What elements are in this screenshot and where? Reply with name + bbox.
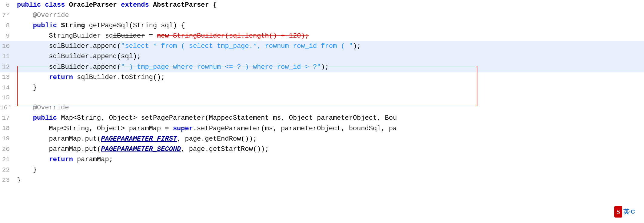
line-number: 10 <box>0 42 15 52</box>
token: return <box>49 156 77 163</box>
code-line: 14 } <box>0 83 644 93</box>
code-editor: 6public class OracleParser extends Abstr… <box>0 0 644 223</box>
line-content: public Map<String, Object> setPageParame… <box>15 113 644 123</box>
line-number: 19 <box>0 134 15 144</box>
token: StringBuilder(sql.length() + 120); <box>173 32 309 40</box>
code-line: 22 } <box>0 165 644 175</box>
line-number: 11 <box>0 52 15 62</box>
token: "select * from ( select tmp_page.*, rown… <box>121 42 353 50</box>
token: public <box>17 1 45 9</box>
token <box>17 156 49 163</box>
token: } <box>17 176 21 184</box>
token: @Override <box>17 104 69 112</box>
line-content: sqlBuilder.append(sql); <box>15 52 644 62</box>
line-content: } <box>15 165 644 175</box>
token: extends <box>121 1 153 9</box>
line-content: public String getPageSql(String sql) { <box>15 21 644 31</box>
code-line: 6public class OracleParser extends Abstr… <box>0 0 644 10</box>
line-number: 20 <box>0 145 15 155</box>
line-number: 6 <box>0 0 15 10</box>
line-content: paramMap.put(PAGEPARAMETER_FIRST, page.g… <box>15 134 644 144</box>
code-line: 21 return paramMap; <box>0 155 644 165</box>
line-number: 7° <box>0 11 15 21</box>
code-line: 16° @Override <box>0 103 644 113</box>
line-content: @Override <box>15 103 644 113</box>
line-number: 15 <box>0 93 15 103</box>
token: Map<String, Object> setPageParameter(Map… <box>61 114 397 122</box>
code-line: 11 sqlBuilder.append(sql); <box>0 52 644 62</box>
token: OracleParser <box>69 1 121 9</box>
token: Map<String, Object> paramMap = <box>17 125 173 132</box>
line-number: 16° <box>0 103 15 113</box>
line-content: sqlBuilder.append("select * from ( selec… <box>15 41 644 52</box>
line-content: @Override <box>15 10 644 21</box>
token: AbstractParser { <box>153 1 217 9</box>
token: = <box>145 32 157 40</box>
token: sqlBuilder.append(sql); <box>17 53 141 60</box>
line-content: } <box>15 175 644 185</box>
token: " ) tmp_page where rownum <= ? ) where r… <box>121 63 321 71</box>
token: , page.getStartRow()); <box>181 145 269 153</box>
line-number: 13 <box>0 72 15 82</box>
code-line: 17 public Map<String, Object> setPagePar… <box>0 113 644 123</box>
token: PAGEPARAMETER_FIRST <box>101 135 177 143</box>
token: class <box>45 1 69 9</box>
line-number: 23 <box>0 175 15 185</box>
line-number: 21 <box>0 155 15 165</box>
token: super <box>173 125 193 132</box>
line-number: 8 <box>0 21 15 31</box>
line-content: Map<String, Object> paramMap = super.set… <box>15 124 644 134</box>
code-line: 23} <box>0 175 644 185</box>
token: .setPageParameter(ms, parameterObject, b… <box>193 125 397 132</box>
token: lBuilder <box>113 32 145 40</box>
token <box>17 74 49 81</box>
token: sqlBuilder.append( <box>17 63 121 71</box>
line-number: 14 <box>0 83 15 93</box>
line-content: paramMap.put(PAGEPARAMETER_SECOND, page.… <box>15 144 644 155</box>
token: public <box>33 114 61 122</box>
token: (String sql) { <box>129 22 185 29</box>
code-line: 19 paramMap.put(PAGEPARAMETER_FIRST, pag… <box>0 134 644 144</box>
token: new <box>157 32 173 40</box>
sogou-text: 英·C <box>623 207 635 216</box>
token: PAGEPARAMETER_SECOND <box>101 145 181 153</box>
line-content: StringBuilder sqlBuilder = new StringBui… <box>15 31 644 41</box>
token: ); <box>321 63 329 71</box>
token: @Override <box>17 12 69 19</box>
line-number: 22 <box>0 165 15 175</box>
token: } <box>17 84 37 92</box>
code-line: 7° @Override <box>0 10 644 21</box>
line-content: return sqlBuilder.toString(); <box>15 72 644 83</box>
token: sqlBuilder.append( <box>17 42 121 50</box>
code-line: 18 Map<String, Object> paramMap = super.… <box>0 124 644 134</box>
token <box>17 114 33 122</box>
token: getPageSql <box>89 22 129 29</box>
token: paramMap; <box>77 156 113 163</box>
code-line: 20 paramMap.put(PAGEPARAMETER_SECOND, pa… <box>0 144 644 155</box>
token: paramMap.put( <box>17 135 101 143</box>
line-content: sqlBuilder.append(" ) tmp_page where row… <box>15 62 644 72</box>
code-line: 9 StringBuilder sqlBuilder = new StringB… <box>0 31 644 41</box>
token: ); <box>353 42 361 50</box>
line-content: return paramMap; <box>15 155 644 165</box>
code-line: 12 sqlBuilder.append(" ) tmp_page where … <box>0 62 644 72</box>
line-number: 17 <box>0 113 15 123</box>
line-number: 18 <box>0 124 15 134</box>
code-line: 15 <box>0 93 644 103</box>
token: return <box>49 74 77 81</box>
code-line: 10 sqlBuilder.append("select * from ( se… <box>0 41 644 52</box>
line-content: public class OracleParser extends Abstra… <box>15 0 644 10</box>
line-content: } <box>15 83 644 93</box>
token: String <box>61 22 89 29</box>
line-number: 9 <box>0 31 15 41</box>
line-number: 12 <box>0 62 15 72</box>
sogou-s-icon: S <box>614 206 622 218</box>
code-line: 8 public String getPageSql(String sql) { <box>0 21 644 31</box>
token <box>17 22 33 29</box>
token: StringBuilder sq <box>17 32 113 40</box>
token: sqlBuilder.toString(); <box>77 74 165 81</box>
token: public <box>33 22 61 29</box>
sogou-toolbar[interactable]: S 英·C <box>614 206 635 218</box>
code-line: 13 return sqlBuilder.toString(); <box>0 72 644 83</box>
token: } <box>17 166 37 174</box>
